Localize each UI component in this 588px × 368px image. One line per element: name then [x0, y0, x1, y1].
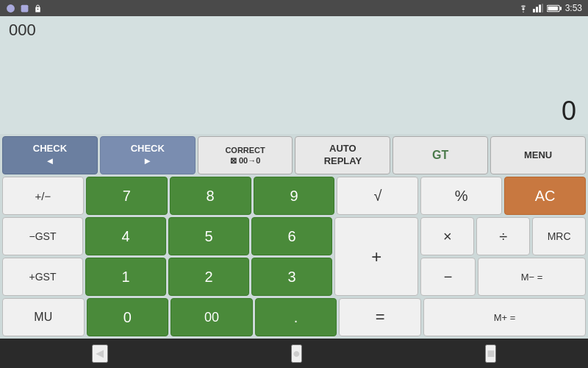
svg-rect-8: [559, 7, 561, 10]
svg-rect-2: [533, 9, 535, 13]
calculator: 000 0 CHECK◄ CHECK► CORRECT⊠ 00→0 AUTORE…: [0, 16, 588, 339]
plus-minus-key[interactable]: +/−: [2, 177, 84, 215]
key-5[interactable]: 5: [168, 217, 249, 255]
sqrt-key[interactable]: √: [337, 177, 418, 215]
app2-icon: [20, 4, 29, 13]
svg-rect-1: [21, 4, 29, 12]
key-4[interactable]: 4: [85, 217, 166, 255]
keypad-row-1: +/− 7 8 9 √ % AC: [2, 177, 586, 215]
signal-icon: [533, 4, 543, 13]
keypad-left-2-3: −GST 4 5 6 +GST 1 2 3: [2, 217, 332, 296]
keypad-row-2-right: × ÷ MRC: [420, 217, 586, 255]
battery-icon: [547, 4, 562, 13]
gt-button[interactable]: GT: [392, 136, 488, 174]
keypad-rows-2-3: −GST 4 5 6 +GST 1 2 3 + × ÷ MR: [2, 217, 586, 296]
key-9[interactable]: 9: [254, 177, 335, 215]
recent-button[interactable]: ■: [485, 344, 496, 363]
menu-button[interactable]: MENU: [490, 136, 586, 174]
ac-key[interactable]: AC: [504, 177, 586, 215]
key-6[interactable]: 6: [251, 217, 332, 255]
lock-icon: [34, 4, 42, 13]
key-1[interactable]: 1: [85, 258, 166, 296]
wifi-icon: [517, 4, 529, 13]
keypad-right-2-3: × ÷ MRC − M− =: [420, 217, 586, 296]
nav-bar: ◄ ● ■: [0, 339, 588, 368]
svg-rect-7: [548, 6, 558, 10]
check-left-button[interactable]: CHECK◄: [2, 136, 98, 174]
status-bar: 3:53: [0, 0, 588, 16]
key-0[interactable]: 0: [87, 298, 169, 336]
key-00[interactable]: 00: [171, 298, 253, 336]
mminus-key[interactable]: M− =: [478, 258, 586, 296]
plus-key[interactable]: +: [334, 217, 418, 296]
android-icon: [6, 4, 15, 13]
svg-rect-3: [536, 7, 538, 13]
keypad-row-3: +GST 1 2 3: [2, 258, 332, 296]
check-right-button[interactable]: CHECK►: [100, 136, 196, 174]
equals-key[interactable]: =: [339, 298, 421, 336]
key-8[interactable]: 8: [170, 177, 251, 215]
keypad-row-3-right: − M− =: [420, 258, 586, 296]
time-display: 3:53: [565, 3, 582, 13]
status-left-icons: [6, 4, 42, 13]
correct-button[interactable]: CORRECT⊠ 00→0: [198, 136, 293, 174]
svg-point-0: [7, 4, 15, 13]
mrc-key[interactable]: MRC: [532, 217, 586, 255]
status-right-area: 3:53: [517, 3, 582, 13]
minus-gst-key[interactable]: −GST: [2, 217, 83, 255]
plus-gst-key[interactable]: +GST: [2, 258, 83, 296]
key-7[interactable]: 7: [86, 177, 168, 215]
display-area: 000 0: [0, 16, 588, 134]
svg-rect-4: [539, 4, 541, 12]
multiply-key[interactable]: ×: [420, 217, 474, 255]
keypad-row-2: −GST 4 5 6: [2, 217, 332, 255]
divide-key[interactable]: ÷: [476, 217, 530, 255]
svg-rect-5: [542, 4, 543, 13]
key-2[interactable]: 2: [168, 258, 249, 296]
mplus-key[interactable]: M+ =: [423, 298, 586, 336]
back-button[interactable]: ◄: [92, 344, 108, 363]
main-display: 0: [562, 96, 576, 127]
mu-key[interactable]: MU: [2, 298, 85, 336]
auto-replay-button[interactable]: AUTOREPLAY: [295, 136, 390, 174]
tape-display: 000: [9, 21, 579, 40]
home-button[interactable]: ●: [291, 344, 302, 363]
key-3[interactable]: 3: [251, 258, 332, 296]
percent-key[interactable]: %: [420, 177, 502, 215]
keypad-row-4: MU 0 00 . = M+ =: [2, 298, 586, 336]
minus-key[interactable]: −: [420, 258, 476, 296]
keypad: +/− 7 8 9 √ % AC −GST 4 5 6 +GST 1 2: [0, 177, 588, 339]
key-dot[interactable]: .: [255, 298, 337, 336]
function-row: CHECK◄ CHECK► CORRECT⊠ 00→0 AUTOREPLAY G…: [0, 134, 588, 177]
